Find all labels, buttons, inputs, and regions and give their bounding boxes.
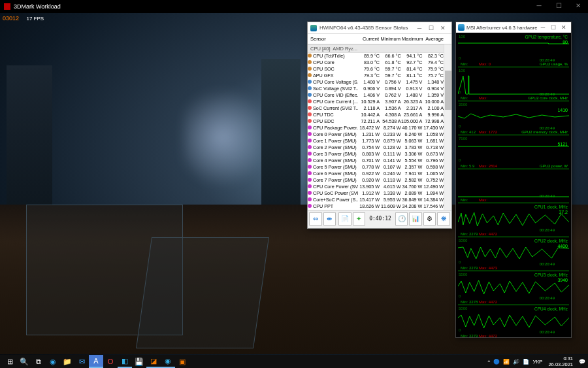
sensor-row[interactable]: Core 5 Power (SMU)0.778 W0.107 W2.357 W0… [308,164,451,171]
sensor-row[interactable]: CPU Core Voltage (S...1.400 V0.756 V1.47… [308,79,451,86]
hwinfo-sensor-list[interactable]: CPU [#0]: AMD Ryz... CPU (Tctl/Tdie)85.9… [308,44,451,210]
minimize-button[interactable]: ─ [414,25,425,31]
opera-icon[interactable]: O [103,355,118,368]
app-icon-2[interactable]: ▣ [175,355,189,368]
network-icon[interactable]: 📶 [503,359,510,365]
log-button[interactable]: 📄 [338,212,351,226]
sensor-row[interactable]: Core 3 Power (SMU)0.803 W0.111 W3.306 W0… [308,151,451,158]
sensor-row[interactable]: CPU Core Current (...10.529 A3.907 A26.3… [308,99,451,105]
scrollbar-thumb[interactable] [445,71,451,110]
msi-graph-area[interactable]: 1000GPU2 temperature, °C80Min:Max: 000:2… [456,33,571,337]
expand-button[interactable]: ⇔ [309,212,322,226]
monitor-graph[interactable]: CPU1 clock, MHz37.2Min: 2279Max: 447200:… [458,204,569,237]
msi-afterburner-window[interactable]: MSI Afterburner v4.6.3 hardware monitor … [455,22,572,338]
fps-overlay: 03012 17 FPS [3,15,44,22]
maximize-button[interactable]: ☐ [549,0,568,13]
hwinfo-toolbar: ⇔ ⇼ 📄 ✦ 0:40:12 🕐 📊 ⚙ ❋ [308,210,451,227]
hwinfo-icon [310,25,317,31]
sensor-row[interactable]: CPU Package Power...18.472 W8.274 W40.17… [308,125,451,131]
clock-button[interactable]: 🕐 [395,212,408,226]
tray-chevron-icon[interactable]: ^ [488,359,491,365]
reset-button[interactable]: ✦ [353,212,366,226]
3dmark-taskbar-icon[interactable]: ◪ [146,355,161,368]
msi-titlebar[interactable]: MSI Afterburner v4.6.3 hardware monitor … [456,22,571,33]
sensor-row[interactable]: CPU SoC Power (SVI...1.912 W1.338 W2.089… [308,190,451,197]
start-button[interactable]: ⊞ [3,355,17,368]
sensor-row[interactable]: APU GFX79.3 °C59.7 °C81.1 °C75.7 °C [308,73,451,79]
sensor-row[interactable]: SoC Current (SVI2 T...2.118 A1.536 A2.31… [308,105,451,112]
sensor-row[interactable]: CPU Core83.0 °C61.8 °C92.7 °C79.4 °C [308,59,451,66]
monitor-graph[interactable]: Min:Max:00:20:49 [458,170,569,203]
gear-icon[interactable]: ⚙ [423,212,436,226]
monitor-graph[interactable]: 1000Min:Max:00:20:49GPU2 core clock, MHz [458,68,569,101]
hwinfo-title: HWiNFO64 v6.43-4385 Sensor Status [319,25,414,31]
sensor-row[interactable]: Core 2 Power (SMU)0.754 W0.128 W3.783 W0… [308,144,451,151]
hwinfo-section[interactable]: CPU [#0]: AMD Ryz... [308,44,451,53]
sensor-row[interactable]: CPU PPT18.626 W11.609 W34.208 W17.546 W [308,203,451,210]
monitor-graph[interactable]: 55000CPU3 clock, MHz3940Min: 2278Max: 44… [458,272,569,305]
tray-icon-2[interactable]: 📄 [523,359,529,365]
sensor-row[interactable]: Core+SoC Power (S...15.417 W5.953 W36.84… [308,197,451,203]
system-tray[interactable]: ^ 🔵 📶 🔊 📄 УКР 0:31 26.03.2021 💬 [488,356,585,367]
maximize-button[interactable]: ☐ [548,24,559,31]
sensor-row[interactable]: SoC Voltage (SVI2 T...0.906 V0.894 V0.91… [308,86,451,92]
volume-icon[interactable]: 🔊 [513,359,519,365]
settings-button[interactable]: 📊 [409,212,422,226]
sensor-row[interactable]: CPU Core Power (SV...13.905 W4.615 W34.7… [308,184,451,190]
tray-icon[interactable]: 🔵 [493,359,500,365]
3dmark-titlebar[interactable]: 3DMark Workload ─ ☐ ✕ [0,0,588,13]
msi-icon [458,24,465,31]
sensor-row[interactable]: CPU EDC72.211 A54.538 A105.000 A72.998 A [308,118,451,125]
hwinfo-window[interactable]: HWiNFO64 v6.43-4385 Sensor Status ─ ☐ ✕ … [307,22,452,229]
hwinfo-titlebar[interactable]: HWiNFO64 v6.43-4385 Sensor Status ─ ☐ ✕ [308,22,451,34]
monitor-graph[interactable]: 750005121Min: 5.9Max: 2814GPU2 power, W [458,136,569,169]
minimize-button[interactable]: ─ [529,0,549,13]
hwinfo-taskbar-icon[interactable]: ◧ [118,355,132,368]
scrollbar[interactable] [444,44,451,210]
sensor-row[interactable]: Core 6 Power (SMU)0.922 W0.246 W7.941 W1… [308,171,451,177]
sensor-row[interactable]: CPU SOC79.6 °C59.7 °C81.4 °C75.9 °C [308,66,451,73]
configure-button[interactable]: ❋ [437,212,450,226]
sensor-row[interactable]: CPU Core VID (Effec...1.406 V0.762 V1.48… [308,92,451,99]
mail-icon[interactable]: ✉ [74,355,89,368]
msi-title: MSI Afterburner v4.6.3 hardware monitor [466,25,538,31]
app-icon-1[interactable]: A [89,355,103,368]
task-view-button[interactable]: ⧉ [31,355,46,368]
collapse-button[interactable]: ⇼ [323,212,336,226]
sensor-row[interactable]: Core 4 Power (SMU)0.701 W0.141 W5.554 W0… [308,158,451,164]
explorer-icon[interactable]: 📁 [60,355,74,368]
sensor-row[interactable]: CPU (Tctl/Tdie)85.9 °C66.6 °C94.1 °C82.3… [308,53,451,59]
close-button[interactable]: ✕ [568,0,588,13]
monitor-graph[interactable]: 250001410Min: 412Max: 177200:20:49GPU2 m… [458,102,569,135]
3dmark-icon [4,3,10,10]
save-icon[interactable]: 💾 [132,355,146,368]
msi-taskbar-icon[interactable]: ◉ [161,355,175,368]
close-button[interactable]: ✕ [559,24,569,31]
monitor-graph[interactable]: 50000CPU2 clock, MHz4400Min: 2279Max: 44… [458,238,569,271]
taskbar[interactable]: ⊞ 🔍 ⧉ ◉ 📁 ✉ A O ◧ 💾 ◪ ◉ ▣ ^ 🔵 📶 🔊 📄 УКР … [0,355,588,368]
monitor-graph[interactable]: 50000CPU4 clock, MHzMin: 2279Max: 447200… [458,306,569,337]
minimize-button[interactable]: ─ [538,24,548,31]
sensor-row[interactable]: Core 1 Power (SMU)1.773 W0.879 W5.063 W1… [308,138,451,144]
sensor-row[interactable]: Core 0 Power (SMU)1.231 W0.233 W6.240 W1… [308,131,451,138]
maximize-button[interactable]: ☐ [425,25,437,31]
monitor-graph[interactable]: 1000GPU2 temperature, °C80Min:Max: 000:2… [458,34,569,67]
language-indicator[interactable]: УКР [532,359,542,365]
3dmark-title: 3DMark Workload [14,3,61,10]
taskbar-clock[interactable]: 0:31 26.03.2021 [546,356,576,367]
sensor-row[interactable]: CPU TDC10.442 A4.308 A23.661 A9.996 A [308,112,451,118]
sensor-row[interactable]: Core 7 Power (SMU)0.920 W0.118 W2.582 W0… [308,177,451,184]
search-button[interactable]: 🔍 [17,355,31,368]
edge-icon[interactable]: ◉ [46,355,60,368]
hwinfo-columns: Sensor Current Minimum Maximum Average [308,34,451,44]
close-button[interactable]: ✕ [437,25,449,31]
uptime: 0:40:12 [369,216,391,222]
notifications-icon[interactable]: 💬 [579,359,585,365]
